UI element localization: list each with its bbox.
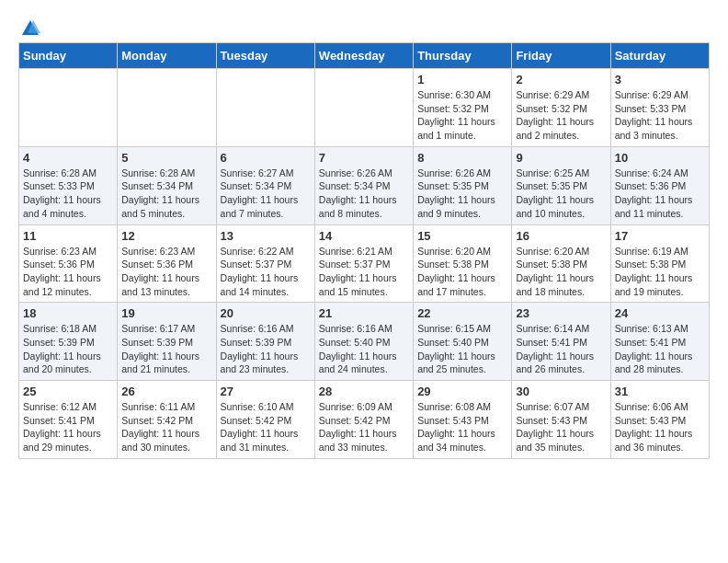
day-info: Sunrise: 6:20 AM Sunset: 5:38 PM Dayligh… xyxy=(516,245,606,299)
calendar-day-cell: 11Sunrise: 6:23 AM Sunset: 5:36 PM Dayli… xyxy=(19,224,118,303)
day-info: Sunrise: 6:07 AM Sunset: 5:43 PM Dayligh… xyxy=(516,400,606,454)
day-info: Sunrise: 6:16 AM Sunset: 5:40 PM Dayligh… xyxy=(319,322,409,376)
calendar-day-cell: 23Sunrise: 6:14 AM Sunset: 5:41 PM Dayli… xyxy=(512,303,610,381)
day-number: 13 xyxy=(221,229,311,243)
calendar-day-cell: 20Sunrise: 6:16 AM Sunset: 5:39 PM Dayli… xyxy=(216,303,314,381)
day-number: 16 xyxy=(516,229,606,243)
day-of-week-header: Thursday xyxy=(414,43,512,69)
day-info: Sunrise: 6:13 AM Sunset: 5:41 PM Dayligh… xyxy=(615,322,705,376)
day-number: 25 xyxy=(23,385,113,398)
day-info: Sunrise: 6:08 AM Sunset: 5:43 PM Dayligh… xyxy=(417,400,507,454)
day-of-week-header: Saturday xyxy=(610,43,709,69)
calendar-day-cell: 2Sunrise: 6:29 AM Sunset: 5:32 PM Daylig… xyxy=(512,69,610,147)
day-info: Sunrise: 6:14 AM Sunset: 5:41 PM Dayligh… xyxy=(516,322,606,376)
calendar-day-cell: 24Sunrise: 6:13 AM Sunset: 5:41 PM Dayli… xyxy=(610,303,709,381)
calendar-header-row: SundayMondayTuesdayWednesdayThursdayFrid… xyxy=(19,43,710,69)
day-info: Sunrise: 6:28 AM Sunset: 5:33 PM Dayligh… xyxy=(23,167,113,221)
day-number: 24 xyxy=(615,306,705,320)
day-info: Sunrise: 6:22 AM Sunset: 5:37 PM Dayligh… xyxy=(221,245,311,299)
day-number: 4 xyxy=(23,151,113,165)
calendar-day-cell: 19Sunrise: 6:17 AM Sunset: 5:39 PM Dayli… xyxy=(118,303,216,381)
calendar-day-cell xyxy=(314,69,413,147)
day-info: Sunrise: 6:23 AM Sunset: 5:36 PM Dayligh… xyxy=(23,245,113,299)
day-number: 22 xyxy=(417,306,507,320)
calendar-week-row: 1Sunrise: 6:30 AM Sunset: 5:32 PM Daylig… xyxy=(19,69,710,147)
day-number: 5 xyxy=(121,151,211,165)
calendar-day-cell xyxy=(19,69,118,147)
day-info: Sunrise: 6:26 AM Sunset: 5:35 PM Dayligh… xyxy=(417,167,507,221)
day-info: Sunrise: 6:27 AM Sunset: 5:34 PM Dayligh… xyxy=(221,167,311,221)
day-number: 10 xyxy=(615,151,705,165)
day-number: 27 xyxy=(221,385,311,398)
day-number: 29 xyxy=(417,385,507,398)
day-number: 18 xyxy=(23,306,113,320)
day-info: Sunrise: 6:24 AM Sunset: 5:36 PM Dayligh… xyxy=(615,167,705,221)
page-header xyxy=(18,18,710,33)
day-number: 21 xyxy=(319,306,409,320)
calendar-day-cell: 16Sunrise: 6:20 AM Sunset: 5:38 PM Dayli… xyxy=(512,224,610,303)
day-info: Sunrise: 6:28 AM Sunset: 5:34 PM Dayligh… xyxy=(121,167,211,221)
day-number: 31 xyxy=(615,385,705,398)
calendar-day-cell: 25Sunrise: 6:12 AM Sunset: 5:41 PM Dayli… xyxy=(19,381,118,459)
day-of-week-header: Sunday xyxy=(19,43,118,69)
day-info: Sunrise: 6:21 AM Sunset: 5:37 PM Dayligh… xyxy=(319,245,409,299)
day-number: 2 xyxy=(516,73,606,86)
calendar-day-cell: 6Sunrise: 6:27 AM Sunset: 5:34 PM Daylig… xyxy=(216,146,314,224)
day-info: Sunrise: 6:11 AM Sunset: 5:42 PM Dayligh… xyxy=(121,400,211,454)
calendar-day-cell: 29Sunrise: 6:08 AM Sunset: 5:43 PM Dayli… xyxy=(414,381,512,459)
calendar-day-cell: 27Sunrise: 6:10 AM Sunset: 5:42 PM Dayli… xyxy=(216,381,314,459)
day-number: 15 xyxy=(417,229,507,243)
calendar-day-cell: 13Sunrise: 6:22 AM Sunset: 5:37 PM Dayli… xyxy=(216,224,314,303)
day-number: 17 xyxy=(615,229,705,243)
calendar-day-cell: 1Sunrise: 6:30 AM Sunset: 5:32 PM Daylig… xyxy=(414,69,512,147)
day-number: 12 xyxy=(121,229,211,243)
day-number: 11 xyxy=(23,229,113,243)
calendar-day-cell: 31Sunrise: 6:06 AM Sunset: 5:43 PM Dayli… xyxy=(610,381,709,459)
calendar-day-cell: 12Sunrise: 6:23 AM Sunset: 5:36 PM Dayli… xyxy=(118,224,216,303)
calendar-day-cell: 17Sunrise: 6:19 AM Sunset: 5:38 PM Dayli… xyxy=(610,224,709,303)
calendar-week-row: 11Sunrise: 6:23 AM Sunset: 5:36 PM Dayli… xyxy=(19,224,710,303)
calendar-day-cell: 8Sunrise: 6:26 AM Sunset: 5:35 PM Daylig… xyxy=(414,146,512,224)
calendar-day-cell: 22Sunrise: 6:15 AM Sunset: 5:40 PM Dayli… xyxy=(414,303,512,381)
day-info: Sunrise: 6:30 AM Sunset: 5:32 PM Dayligh… xyxy=(417,88,507,143)
day-info: Sunrise: 6:20 AM Sunset: 5:38 PM Dayligh… xyxy=(417,245,507,299)
calendar-day-cell: 7Sunrise: 6:26 AM Sunset: 5:34 PM Daylig… xyxy=(314,146,413,224)
day-info: Sunrise: 6:18 AM Sunset: 5:39 PM Dayligh… xyxy=(23,322,113,376)
day-number: 30 xyxy=(516,385,606,398)
day-number: 7 xyxy=(319,151,409,165)
day-info: Sunrise: 6:12 AM Sunset: 5:41 PM Dayligh… xyxy=(23,400,113,454)
logo-icon xyxy=(20,18,40,39)
day-number: 26 xyxy=(121,385,211,398)
calendar-day-cell xyxy=(216,69,314,147)
day-info: Sunrise: 6:29 AM Sunset: 5:33 PM Dayligh… xyxy=(615,88,705,143)
logo xyxy=(18,18,40,33)
day-number: 9 xyxy=(516,151,606,165)
day-of-week-header: Friday xyxy=(512,43,610,69)
calendar-day-cell: 10Sunrise: 6:24 AM Sunset: 5:36 PM Dayli… xyxy=(610,146,709,224)
day-info: Sunrise: 6:09 AM Sunset: 5:42 PM Dayligh… xyxy=(319,400,409,454)
day-info: Sunrise: 6:29 AM Sunset: 5:32 PM Dayligh… xyxy=(516,88,606,143)
day-info: Sunrise: 6:15 AM Sunset: 5:40 PM Dayligh… xyxy=(417,322,507,376)
calendar-day-cell: 26Sunrise: 6:11 AM Sunset: 5:42 PM Dayli… xyxy=(118,381,216,459)
calendar-day-cell: 21Sunrise: 6:16 AM Sunset: 5:40 PM Dayli… xyxy=(314,303,413,381)
day-info: Sunrise: 6:10 AM Sunset: 5:42 PM Dayligh… xyxy=(221,400,311,454)
day-number: 19 xyxy=(121,306,211,320)
day-number: 20 xyxy=(221,306,311,320)
day-number: 14 xyxy=(319,229,409,243)
calendar-day-cell xyxy=(118,69,216,147)
calendar-day-cell: 9Sunrise: 6:25 AM Sunset: 5:35 PM Daylig… xyxy=(512,146,610,224)
calendar-table: SundayMondayTuesdayWednesdayThursdayFrid… xyxy=(18,42,710,459)
day-info: Sunrise: 6:23 AM Sunset: 5:36 PM Dayligh… xyxy=(121,245,211,299)
day-number: 1 xyxy=(417,73,507,86)
day-of-week-header: Monday xyxy=(118,43,216,69)
calendar-week-row: 4Sunrise: 6:28 AM Sunset: 5:33 PM Daylig… xyxy=(19,146,710,224)
calendar-day-cell: 5Sunrise: 6:28 AM Sunset: 5:34 PM Daylig… xyxy=(118,146,216,224)
day-number: 6 xyxy=(221,151,311,165)
day-info: Sunrise: 6:19 AM Sunset: 5:38 PM Dayligh… xyxy=(615,245,705,299)
calendar-week-row: 25Sunrise: 6:12 AM Sunset: 5:41 PM Dayli… xyxy=(19,381,710,459)
calendar-week-row: 18Sunrise: 6:18 AM Sunset: 5:39 PM Dayli… xyxy=(19,303,710,381)
day-of-week-header: Tuesday xyxy=(216,43,314,69)
day-number: 23 xyxy=(516,306,606,320)
day-info: Sunrise: 6:16 AM Sunset: 5:39 PM Dayligh… xyxy=(221,322,311,376)
day-info: Sunrise: 6:17 AM Sunset: 5:39 PM Dayligh… xyxy=(121,322,211,376)
